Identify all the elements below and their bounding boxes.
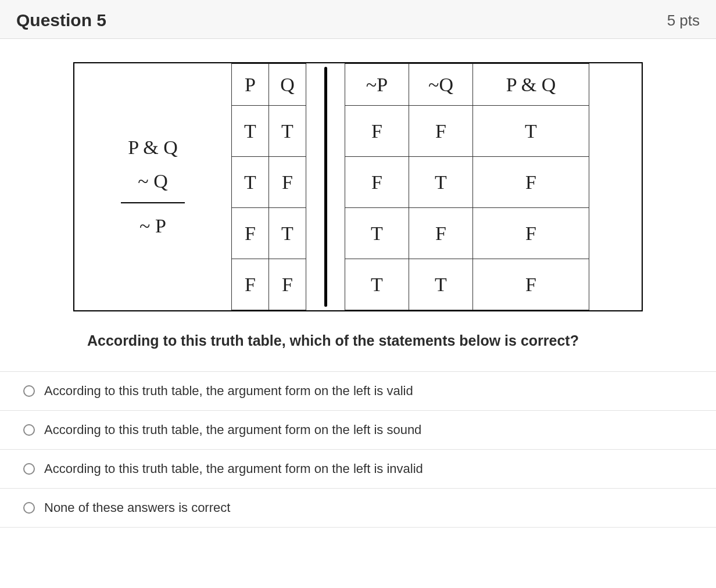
- option-label[interactable]: According to this truth table, the argum…: [44, 422, 421, 438]
- header-PandQ: P & Q: [473, 64, 589, 106]
- question-header: Question 5 5 pts: [0, 0, 716, 39]
- header-Q: Q: [269, 64, 306, 106]
- cell: T: [269, 106, 306, 157]
- cell: F: [232, 208, 269, 259]
- radio-icon[interactable]: [23, 424, 35, 436]
- cell: T: [345, 208, 409, 259]
- radio-icon[interactable]: [23, 463, 35, 475]
- option-label[interactable]: According to this truth table, the argum…: [44, 383, 413, 399]
- cell: F: [269, 259, 306, 310]
- argument-premise-1: P & Q: [128, 131, 178, 164]
- header-notQ: ~Q: [409, 64, 473, 106]
- cell: F: [409, 208, 473, 259]
- header-P: P: [232, 64, 269, 106]
- header-notP: ~P: [345, 64, 409, 106]
- truth-table-right: ~P ~Q P & Q F F T F T F T F F: [345, 63, 589, 310]
- cell: F: [345, 157, 409, 208]
- table-spacer: [327, 63, 345, 310]
- question-title: Question 5: [16, 10, 106, 30]
- radio-icon[interactable]: [23, 385, 35, 397]
- truth-table: P Q T T T F F T F F: [231, 63, 642, 310]
- cell: T: [409, 157, 473, 208]
- truth-table-left: P Q T T T F F T F F: [231, 63, 306, 310]
- table-divider-icon: [324, 63, 327, 310]
- cell: T: [473, 106, 589, 157]
- cell: F: [345, 106, 409, 157]
- cell: T: [232, 106, 269, 157]
- option-label[interactable]: According to this truth table, the argum…: [44, 461, 423, 476]
- radio-icon[interactable]: [23, 502, 35, 514]
- option-2[interactable]: According to this truth table, the argum…: [0, 410, 716, 449]
- option-label[interactable]: None of these answers is correct: [44, 500, 230, 515]
- option-4[interactable]: None of these answers is correct: [0, 488, 716, 528]
- table-spacer: [306, 63, 324, 310]
- argument-premise-2: ~ Q: [138, 164, 167, 198]
- cell: F: [269, 157, 306, 208]
- option-1[interactable]: According to this truth table, the argum…: [0, 371, 716, 410]
- question-body: P & Q ~ Q ~ P P Q T T T F F: [0, 39, 716, 539]
- cell: F: [473, 259, 589, 310]
- cell: F: [473, 157, 589, 208]
- argument-form: P & Q ~ Q ~ P: [74, 63, 231, 310]
- cell: T: [409, 259, 473, 310]
- question-prompt: According to this truth table, which of …: [73, 328, 643, 354]
- truth-table-container: P & Q ~ Q ~ P P Q T T T F F: [73, 62, 643, 311]
- cell: T: [345, 259, 409, 310]
- argument-conclusion: ~ P: [139, 209, 166, 243]
- cell: F: [473, 208, 589, 259]
- cell: F: [232, 259, 269, 310]
- cell: T: [269, 208, 306, 259]
- cell: T: [232, 157, 269, 208]
- cell: F: [409, 106, 473, 157]
- question-points: 5 pts: [667, 12, 700, 30]
- option-3[interactable]: According to this truth table, the argum…: [0, 449, 716, 488]
- argument-rule-line: [121, 202, 185, 203]
